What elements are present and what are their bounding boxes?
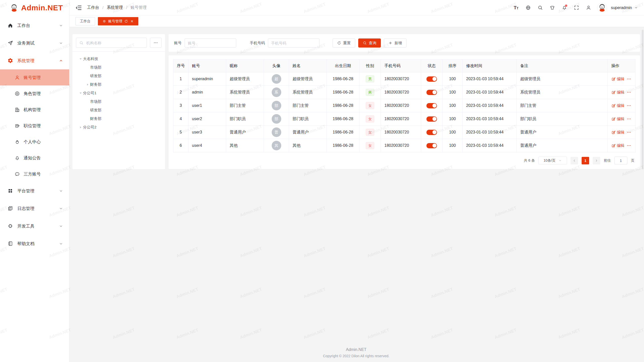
page-size-select[interactable]: 10条/页	[538, 157, 567, 164]
avatar: 其	[272, 141, 281, 150]
notification-bell-icon[interactable]	[559, 3, 570, 13]
tree-node[interactable]: 研发部	[76, 106, 162, 114]
sidebar-item-workbench[interactable]: 工作台	[0, 17, 69, 34]
phone-filter-label: 手机号码	[250, 41, 265, 46]
tab-close-icon[interactable]	[130, 19, 134, 23]
table-row: 5user3普通用户普普通用户1986-06-28女18020030720100…	[173, 126, 635, 139]
edit-button[interactable]: 编辑	[611, 117, 624, 121]
status-toggle[interactable]	[426, 76, 437, 82]
theme-shirt-icon[interactable]	[547, 3, 557, 13]
cell-nickname: 普通用户	[226, 126, 264, 139]
divider	[72, 51, 165, 52]
tree-node[interactable]: 分公司2	[76, 123, 162, 131]
account-filter-input[interactable]	[185, 38, 236, 48]
sidebar-item-platform-mgmt[interactable]: 平台管理	[0, 182, 69, 200]
breadcrumb-item[interactable]: 系统管理	[107, 5, 123, 10]
org-search-input[interactable]	[86, 40, 144, 45]
edit-button[interactable]: 编辑	[611, 77, 624, 81]
cell-actions: 编辑	[608, 99, 635, 112]
status-toggle[interactable]	[426, 143, 437, 148]
next-page-button[interactable]	[593, 157, 600, 164]
edit-icon	[611, 77, 616, 81]
more-actions-icon[interactable]	[627, 77, 631, 81]
sidebar-item-system-mgmt[interactable]: 系统管理	[0, 52, 69, 69]
status-toggle[interactable]	[426, 130, 437, 135]
fullscreen-icon[interactable]	[571, 3, 582, 13]
search-button[interactable]: 查询	[358, 38, 381, 48]
scrollbar-thumb[interactable]	[642, 30, 643, 169]
phone-filter-input[interactable]	[268, 38, 319, 48]
user-avatar[interactable]	[597, 3, 607, 13]
search-icon[interactable]	[535, 3, 545, 13]
cell-actions: 编辑	[608, 112, 635, 126]
edit-button[interactable]: 编辑	[611, 103, 624, 108]
sidebar-item-org-mgmt[interactable]: 机构管理	[0, 102, 69, 118]
goto-page-input[interactable]	[614, 157, 627, 164]
cell-sort: 100	[442, 99, 463, 112]
tree-node[interactable]: 研发部	[76, 72, 162, 80]
breadcrumb-item[interactable]: 工作台	[87, 5, 99, 10]
column-header: 排序	[442, 60, 463, 72]
reset-button[interactable]: 重置	[333, 38, 355, 48]
tree-node[interactable]: 市场部	[76, 63, 162, 72]
more-actions-icon[interactable]	[627, 90, 631, 95]
sidebar-item-label: 三方账号	[24, 171, 41, 177]
collapse-menu-icon[interactable]	[75, 5, 82, 11]
status-toggle[interactable]	[426, 103, 437, 108]
cell-phone: 18020030720	[381, 139, 421, 152]
tree-node[interactable]: 市场部	[76, 97, 162, 106]
status-toggle[interactable]	[426, 116, 437, 122]
sidebar-item-log-mgmt[interactable]: 日志管理	[0, 200, 69, 217]
sidebar-item-role-mgmt[interactable]: 角色管理	[0, 85, 69, 102]
tab-1[interactable]: 账号管理	[98, 17, 138, 25]
page-content: 大名科技市场部研发部财务部分公司1市场部研发部财务部分公司2 账号 手机号码 重…	[69, 27, 644, 362]
more-actions-icon[interactable]	[627, 103, 631, 108]
row-actions: 编辑	[611, 90, 632, 95]
font-size-icon[interactable]: TT	[511, 3, 521, 13]
tree-node[interactable]: 大名科技	[76, 55, 162, 63]
cell-modified-time: 2023-01-03 10:59:44	[463, 72, 517, 86]
cell-gender: 男	[359, 72, 381, 86]
cell-remark: 普通用户	[517, 126, 608, 139]
more-actions-icon[interactable]	[627, 143, 631, 148]
tab-0[interactable]: 工作台	[75, 17, 95, 25]
edit-button[interactable]: 编辑	[611, 90, 624, 95]
org-more-button[interactable]	[150, 38, 162, 48]
sidebar-item-account-mgmt[interactable]: 账号管理	[0, 69, 69, 85]
caret-right-icon[interactable]	[85, 82, 90, 87]
current-page-button[interactable]: 1	[582, 157, 589, 164]
org-tree: 大名科技市场部研发部财务部分公司1市场部研发部财务部分公司2	[76, 55, 162, 131]
search-icon	[79, 41, 84, 45]
sidebar-item-notice[interactable]: 通知公告	[0, 150, 69, 166]
edit-icon	[611, 104, 616, 108]
avatar: 部	[272, 101, 281, 110]
prev-page-button[interactable]	[571, 157, 578, 164]
language-icon[interactable]	[523, 3, 533, 13]
tab-refresh-icon[interactable]	[124, 19, 128, 23]
tree-node[interactable]: 财务部	[76, 114, 162, 123]
table-row: 1superadmin超级管理员超超级管理员1986-06-28男1802003…	[173, 72, 635, 86]
status-toggle[interactable]	[426, 90, 437, 95]
edit-button[interactable]: 编辑	[611, 130, 624, 135]
sidebar-item-business-test[interactable]: 业务测试	[0, 34, 69, 52]
tree-node[interactable]: 分公司1	[76, 89, 162, 97]
sidebar-item-position-mgmt[interactable]: 职位管理	[0, 118, 69, 134]
tree-node[interactable]: 财务部	[76, 80, 162, 89]
user-icon[interactable]	[583, 3, 594, 13]
sidebar-item-help-docs[interactable]: 帮助文档	[0, 235, 69, 252]
more-actions-icon[interactable]	[627, 130, 631, 134]
plus-icon	[388, 41, 392, 45]
caret-right-icon[interactable]	[78, 125, 83, 130]
cell-nickname: 部门主管	[226, 99, 264, 112]
add-button[interactable]: 新增	[384, 38, 407, 48]
sidebar-item-label: 日志管理	[17, 206, 34, 211]
sidebar-item-user-center[interactable]: 个人中心	[0, 134, 69, 150]
username[interactable]: superadmin	[611, 6, 632, 10]
sidebar-item-third-account[interactable]: 三方账号	[0, 166, 69, 182]
edit-button[interactable]: 编辑	[611, 143, 624, 148]
send-icon	[8, 40, 13, 46]
caret-down-icon[interactable]	[78, 90, 83, 96]
caret-down-icon[interactable]	[78, 56, 83, 61]
more-actions-icon[interactable]	[627, 117, 631, 121]
sidebar-item-dev-tools[interactable]: 开发工具	[0, 217, 69, 235]
